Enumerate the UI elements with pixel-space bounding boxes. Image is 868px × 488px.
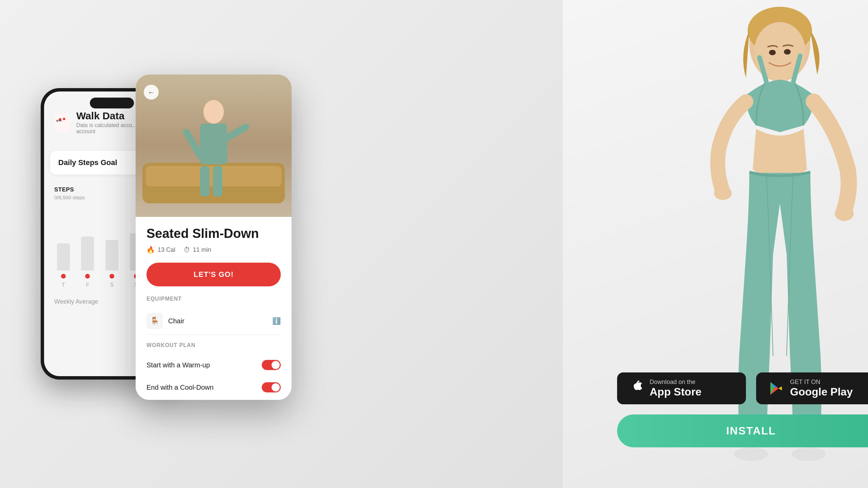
svg-point-11	[792, 447, 826, 461]
figure-leg-right	[213, 166, 222, 197]
workout-card: Seated Slim-Down 🔥 13 Cal ⏱ 11 min LET'S…	[136, 217, 292, 400]
clock-icon: ⏱	[183, 246, 190, 254]
figure-leg-left	[200, 166, 210, 197]
bar-label-s1: S	[110, 282, 114, 288]
steps-goal-label: Daily Steps Goal	[58, 158, 117, 167]
figure-head	[203, 100, 224, 124]
calories-meta: 🔥 13 Cal	[146, 246, 175, 254]
toggle-knob-cooldown	[272, 383, 280, 391]
right-section: Download on the App Store GET IT ON Go	[346, 0, 868, 488]
steps-count: 0/8,500 steps	[54, 195, 85, 200]
plan-warmup-label: Start with a Warm-up	[146, 361, 210, 369]
figure-legs	[200, 166, 227, 197]
plan-row-cooldown: End with a Cool-Down	[146, 376, 281, 399]
equipment-left: 🪑 Chair	[146, 313, 184, 329]
bar-dot-t	[61, 274, 66, 279]
equipment-name: Chair	[168, 317, 184, 325]
phone-notch	[90, 98, 134, 108]
phone-workout: ← Seated Slim-Down	[136, 75, 292, 400]
google-play-text: GET IT ON Google Play	[790, 379, 853, 398]
bar-col-s1: S	[105, 240, 118, 288]
fire-icon: 🔥	[146, 246, 155, 254]
store-buttons: Download on the App Store GET IT ON Go	[617, 372, 868, 404]
cooldown-toggle[interactable]	[262, 382, 281, 392]
bar-col-t: T	[57, 243, 70, 288]
google-play-button[interactable]: GET IT ON Google Play	[756, 372, 868, 404]
bar-label-f: F	[86, 282, 90, 288]
svg-point-8	[835, 206, 854, 221]
chair-icon-box: 🪑	[146, 313, 163, 329]
lets-go-button[interactable]: LET'S GO!	[146, 263, 281, 286]
figure-torso	[200, 124, 227, 164]
plan-row-warmup: Start with a Warm-up	[146, 354, 281, 376]
workout-back-arrow[interactable]: ←	[144, 85, 159, 100]
weekly-average: Weekly Average	[54, 298, 98, 305]
back-arrow: ←	[54, 115, 64, 126]
time-meta: ⏱ 11 min	[183, 246, 211, 254]
plan-cooldown-label: End with a Cool-Down	[146, 384, 214, 391]
google-play-icon	[768, 381, 784, 396]
google-play-sub: GET IT ON	[790, 379, 820, 386]
calories-value: 13 Cal	[158, 246, 175, 253]
google-play-name: Google Play	[790, 386, 853, 398]
app-store-button[interactable]: Download on the App Store	[617, 372, 746, 404]
bar-col-f: F	[81, 237, 94, 288]
app-store-sub: Download on the	[650, 379, 695, 386]
install-button[interactable]: INSTALL	[617, 414, 868, 447]
workout-image: ←	[136, 75, 292, 217]
bar-label-t: T	[62, 282, 65, 288]
app-store-text: Download on the App Store	[650, 379, 702, 398]
workout-meta: 🔥 13 Cal ⏱ 11 min	[146, 246, 281, 254]
bar-s1	[105, 240, 118, 270]
workout-plan-label: WORKOUT PLAN	[146, 342, 281, 348]
bar-f	[81, 237, 94, 270]
toggle-knob	[272, 361, 280, 369]
workout-plan-section: WORKOUT PLAN Start with a Warm-up End wi…	[146, 342, 281, 399]
workout-title: Seated Slim-Down	[146, 226, 281, 241]
svg-point-9	[714, 186, 732, 200]
time-value: 11 min	[193, 246, 211, 253]
bottom-buttons: Download on the App Store GET IT ON Go	[617, 372, 868, 447]
bar-t	[57, 243, 70, 270]
equipment-row: 🪑 Chair ℹ️	[146, 307, 281, 335]
warmup-toggle[interactable]	[262, 360, 281, 370]
workout-figure	[200, 100, 227, 197]
equipment-section-label: EQUIPMENT	[146, 296, 281, 302]
svg-point-5	[769, 50, 776, 55]
bar-dot-s1	[110, 274, 114, 279]
phones-section: ← Walk Data Data is calculated acco... G…	[41, 75, 346, 413]
app-store-name: App Store	[650, 386, 702, 398]
info-icon: ℹ️	[272, 317, 281, 325]
svg-point-10	[734, 447, 768, 461]
apple-icon	[629, 380, 644, 397]
bar-dot-f	[85, 274, 90, 279]
svg-point-6	[784, 49, 791, 55]
steps-label: STEPS	[54, 186, 85, 193]
steps-section: STEPS 0/8,500 steps	[54, 186, 85, 200]
